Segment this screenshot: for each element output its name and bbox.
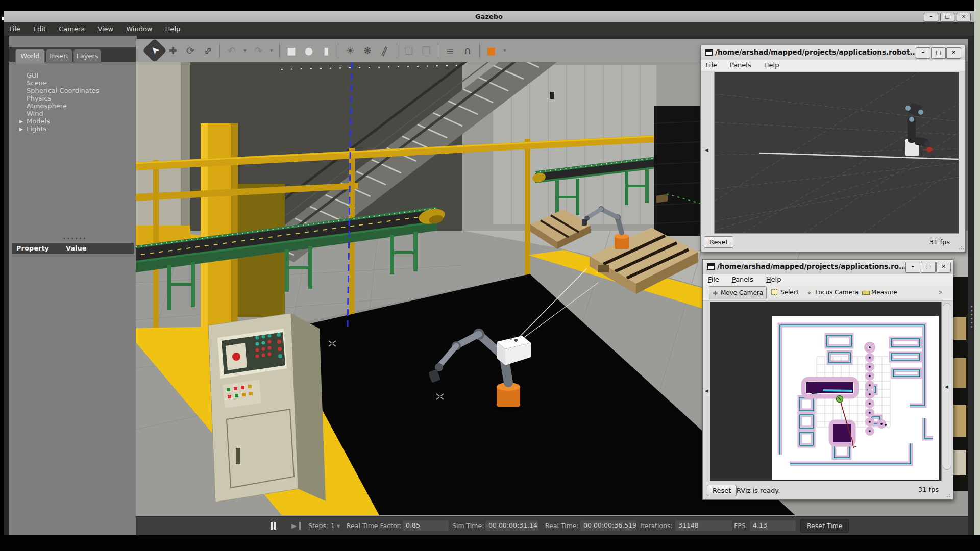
- undo-menu-caret-icon[interactable]: ▾: [241, 43, 249, 58]
- tab-insert[interactable]: Insert: [46, 49, 72, 63]
- menu-camera[interactable]: Camera: [54, 22, 90, 35]
- iterations-label: Iterations:: [640, 522, 673, 530]
- menu-view[interactable]: View: [92, 22, 118, 35]
- select-tool[interactable]: Select: [769, 286, 798, 299]
- tree-item-physics[interactable]: Physics: [27, 94, 51, 102]
- rviz2-right-collapse-strip[interactable]: ◀: [943, 303, 951, 470]
- menu-help[interactable]: Help: [759, 60, 785, 70]
- tree-item-atmosphere[interactable]: Atmosphere: [27, 102, 67, 110]
- minimize-button[interactable]: –: [916, 47, 930, 59]
- view-angle-caret-icon[interactable]: ▾: [501, 43, 508, 58]
- align-tool-button[interactable]: ≡: [443, 43, 458, 58]
- maximize-button[interactable]: □: [921, 262, 936, 273]
- lights-expander-icon[interactable]: ▶: [19, 127, 23, 132]
- tab-world[interactable]: World: [15, 49, 45, 63]
- select-label: Select: [780, 289, 799, 296]
- right-splitter-handle[interactable]: ••••••: [969, 305, 974, 329]
- left-gutter: [4, 36, 9, 535]
- rviz-window-2: /home/arshad/mapped/projects/application…: [702, 259, 953, 500]
- focus-camera-icon: ⌖: [806, 289, 813, 296]
- close-button[interactable]: ✕: [946, 47, 961, 59]
- spot-light-button[interactable]: ❋: [360, 43, 375, 58]
- steps-caret-icon[interactable]: ▾: [337, 522, 340, 530]
- rviz2-reset-button[interactable]: Reset: [707, 485, 737, 496]
- real-time-value: 00 00:00:36.519: [580, 520, 636, 531]
- translate-tool-button[interactable]: ✚: [165, 43, 181, 58]
- tree-item-spherical-coordinates[interactable]: Spherical Coordinates: [27, 87, 100, 94]
- rviz2-menu-bar: File Panels Help: [703, 274, 953, 285]
- copy-button[interactable]: ❏: [401, 43, 416, 58]
- menu-window[interactable]: Window: [121, 22, 157, 35]
- redo-button[interactable]: ↷: [251, 43, 266, 58]
- models-expander-icon[interactable]: ▶: [19, 119, 23, 124]
- steps-value[interactable]: 1: [331, 522, 335, 530]
- tree-item-scene[interactable]: Scene: [27, 79, 47, 87]
- tree-item-lights[interactable]: Lights: [27, 125, 46, 133]
- insert-sphere-button[interactable]: ●: [301, 43, 316, 58]
- tab-layers[interactable]: Layers: [74, 49, 101, 63]
- rviz2-status-text: RViz is ready.: [737, 487, 780, 494]
- menu-file[interactable]: File: [703, 274, 724, 285]
- resize-grip[interactable]: [946, 493, 951, 498]
- maximize-button[interactable]: □: [940, 13, 954, 22]
- toolbar-separator: [397, 43, 397, 58]
- menu-file[interactable]: File: [701, 60, 722, 70]
- menu-panels[interactable]: Panels: [725, 60, 756, 70]
- rviz1-title-bar[interactable]: /home/arshad/mapped/projects/application…: [701, 45, 965, 60]
- select-tool-button[interactable]: ➤: [142, 38, 167, 62]
- view-angle-button[interactable]: ■: [484, 43, 499, 58]
- rviz1-menu-bar: File Panels Help: [701, 60, 965, 71]
- title-bar[interactable]: Gazebo – □ ✕: [4, 11, 974, 22]
- menu-edit[interactable]: Edit: [28, 22, 51, 35]
- menu-panels[interactable]: Panels: [727, 274, 758, 285]
- minimize-button[interactable]: –: [924, 13, 938, 22]
- point-light-button[interactable]: ☀: [342, 43, 358, 58]
- minimize-button[interactable]: –: [905, 262, 920, 273]
- paste-button[interactable]: ❐: [419, 43, 434, 58]
- insert-cylinder-button[interactable]: ▮: [318, 43, 334, 58]
- resize-grip[interactable]: [959, 245, 964, 250]
- step-button-bar[interactable]: [299, 522, 301, 530]
- black-pallet-stack: [654, 106, 701, 236]
- collapse-panel-arrow-icon[interactable]: ◀: [705, 147, 708, 153]
- rviz1-grid-scene: [715, 72, 959, 233]
- rviz1-3d-view[interactable]: [714, 72, 959, 234]
- rviz1-reset-button[interactable]: Reset: [704, 236, 733, 248]
- insert-box-button[interactable]: ■: [284, 43, 299, 58]
- snap-tool-button[interactable]: ∩: [460, 43, 475, 58]
- toolbar-separator: [438, 43, 438, 58]
- panel-tabs: World Insert Layers: [9, 47, 137, 62]
- rotate-tool-button[interactable]: ⟳: [183, 43, 198, 58]
- reset-time-button[interactable]: Reset Time: [800, 519, 849, 533]
- panel-splitter-handle[interactable]: ••••••: [63, 236, 87, 241]
- real-time-label: Real Time:: [545, 522, 579, 530]
- tree-item-models[interactable]: Models: [27, 117, 50, 125]
- toolbar-separator: [219, 43, 220, 58]
- rtf-value: 0.85: [403, 520, 449, 531]
- tree-item-wind[interactable]: Wind: [27, 110, 43, 117]
- toolbar-separator: [479, 43, 480, 58]
- pause-button[interactable]: [271, 522, 273, 530]
- step-button[interactable]: ▶: [291, 522, 297, 530]
- rviz2-map-view[interactable]: [710, 302, 942, 481]
- menu-help[interactable]: Help: [160, 22, 186, 35]
- maximize-button[interactable]: □: [931, 47, 946, 59]
- focus-camera-tool[interactable]: ⌖ Focus Camera: [804, 286, 854, 299]
- directional-light-button[interactable]: ∥: [375, 40, 395, 61]
- collapse-panel-arrow-icon[interactable]: ◀: [705, 388, 708, 393]
- toolbar-overflow-chevron[interactable]: »: [927, 286, 943, 299]
- menu-bar: File Edit Camera View Window Help: [4, 22, 974, 36]
- pause-button[interactable]: [274, 522, 276, 530]
- menu-help[interactable]: Help: [761, 274, 787, 285]
- close-button[interactable]: ✕: [936, 262, 951, 273]
- menu-file[interactable]: File: [4, 22, 26, 35]
- toolbar-separator: [279, 43, 280, 58]
- scale-tool-button[interactable]: ⇔: [197, 39, 218, 61]
- move-camera-tool[interactable]: ✚ Move Camera: [709, 286, 767, 299]
- rviz2-title-bar[interactable]: /home/arshad/mapped/projects/application…: [703, 260, 953, 274]
- measure-tool[interactable]: Measure: [860, 286, 897, 299]
- redo-menu-caret-icon[interactable]: ▾: [268, 43, 275, 58]
- undo-button[interactable]: ↶: [224, 43, 239, 58]
- close-button[interactable]: ✕: [957, 13, 971, 22]
- tree-item-gui[interactable]: GUI: [27, 71, 38, 79]
